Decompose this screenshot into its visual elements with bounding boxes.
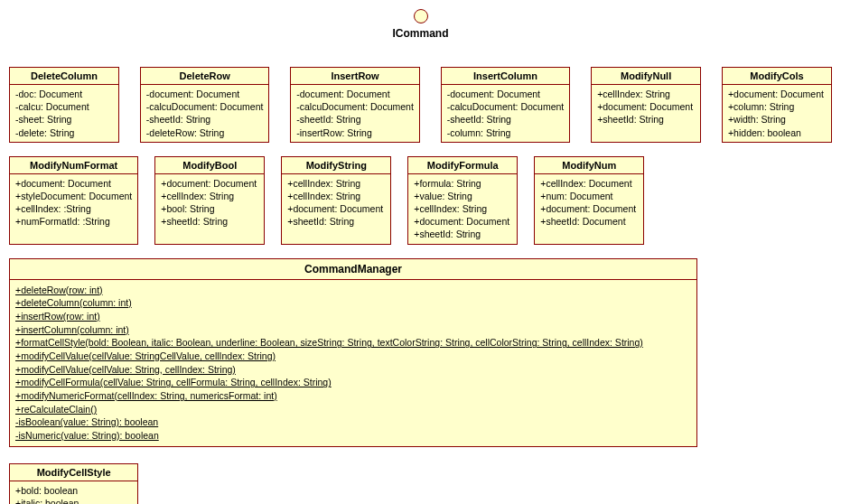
class-body: +formula: String+value: String+cellIndex… <box>408 174 517 244</box>
class-box: ModifyCellStyle+bold: boolean+italic: bo… <box>9 463 138 504</box>
class-member: +document: Document <box>161 177 258 190</box>
class-member: +sheetId: Document <box>540 215 638 228</box>
class-box: InsertColumn-document: Document-calcuDoc… <box>441 67 571 143</box>
class-method: +modifyCellFormula(cellValue: String, ce… <box>15 376 691 389</box>
class-method: +reCalculateClain() <box>15 403 691 416</box>
class-member: +sheetId: String <box>597 113 695 126</box>
class-member: +document: Document <box>540 202 638 215</box>
class-member: -column: String <box>447 126 565 139</box>
class-box: DeleteRow-document: Document-calcuDocume… <box>140 67 270 143</box>
class-title: ModifyNull <box>592 68 700 85</box>
class-member: +document: Document <box>15 177 132 190</box>
class-title: ModifyCellStyle <box>10 464 137 481</box>
class-member: -calcu: Document <box>15 100 113 113</box>
class-body: +deleteRow(row: int)+deleteColumn(column… <box>10 280 696 446</box>
class-box: ModifyFormula+formula: String+value: Str… <box>407 156 518 245</box>
class-member: -sheetId: String <box>296 113 414 126</box>
class-title: InsertColumn <box>442 68 570 85</box>
class-member: +cellIndex: String <box>287 177 385 190</box>
class-member: +styleDocument: Document <box>15 190 132 202</box>
class-title: CommandManager <box>10 259 696 280</box>
class-member: +formula: String <box>414 177 511 190</box>
class-member: +bool: String <box>161 202 258 215</box>
class-method: +deleteColumn(column: int) <box>15 296 691 310</box>
class-command-manager: CommandManager +deleteRow(row: int)+dele… <box>9 258 697 447</box>
class-member: +hidden: boolean <box>728 126 826 139</box>
class-body: +bold: boolean+italic: boolean+underline… <box>10 481 137 504</box>
class-member: -calcuDocument: Document <box>447 100 565 113</box>
class-method: +insertRow(row: int) <box>15 310 691 323</box>
class-method: +modifyNumericFormat(cellIndex: String, … <box>15 389 691 403</box>
class-member: -insertRow: String <box>296 126 414 139</box>
class-member: +cellIndex: :String <box>15 202 132 215</box>
class-member: +num: Document <box>540 190 638 202</box>
class-method: +deleteRow(row: int) <box>15 284 691 297</box>
class-method: +modifyCellValue(cellValue: String, cell… <box>15 363 691 377</box>
class-member: -sheet: String <box>15 113 113 126</box>
class-member: -sheetId: String <box>146 113 264 126</box>
class-box: ModifyNumFormat+document: Document+style… <box>9 156 138 245</box>
interface-icon <box>414 9 428 23</box>
class-member: -delete: String <box>15 126 113 139</box>
class-body: +document: Document+cellIndex: String+bo… <box>155 174 264 231</box>
class-title: ModifyFormula <box>408 157 517 174</box>
class-box: ModifyString+cellIndex: String+cellIndex… <box>281 156 391 245</box>
class-box: DeleteColumn-doc: Document-calcu: Docume… <box>9 67 119 143</box>
class-member: -calcuDocument: Document <box>146 100 264 113</box>
class-body: +cellIndex: String+cellIndex: String+doc… <box>282 174 390 231</box>
class-member: +italic: boolean <box>15 497 132 504</box>
class-member: +document: Document <box>414 215 511 228</box>
class-method: +modifyCellValue(cellValue: StringCellVa… <box>15 350 691 363</box>
class-box: ModifyCols+document: Document+column: St… <box>722 67 832 143</box>
class-member: -document: Document <box>447 88 565 100</box>
class-method: -isBoolean(value: String): boolean <box>15 415 691 429</box>
class-body: -document: Document-calcuDocument: Docum… <box>141 85 269 142</box>
interface-label: ICommand <box>9 27 832 40</box>
class-member: +cellIndex: String <box>287 190 385 202</box>
class-title: ModifyNumFormat <box>10 157 137 174</box>
class-box: InsertRow-document: Document-calcuDocume… <box>290 67 420 143</box>
class-title: ModifyCols <box>723 68 831 85</box>
class-title: DeleteColumn <box>10 68 118 85</box>
class-row-2: ModifyNumFormat+document: Document+style… <box>9 156 832 504</box>
class-member: -doc: Document <box>15 88 113 100</box>
class-member: +sheetId: String <box>414 228 511 240</box>
class-member: -deleteRow: String <box>146 126 264 139</box>
class-row-1: DeleteColumn-doc: Document-calcu: Docume… <box>9 67 832 143</box>
class-title: InsertRow <box>291 68 419 85</box>
class-method: +insertColumn(column: int) <box>15 323 691 337</box>
class-member: -calcuDocument: Document <box>296 100 414 113</box>
class-method: +formatCellStyle(bold: Boolean, italic: … <box>15 336 691 350</box>
class-member: -document: Document <box>146 88 264 100</box>
class-method: -isNumeric(value: String): boolean <box>15 429 691 443</box>
class-member: +cellIndex: String <box>414 202 511 215</box>
interface-node: ICommand <box>9 9 832 40</box>
class-member: +cellIndex: String <box>597 88 695 100</box>
class-body: +document: Document+styleDocument: Docum… <box>10 174 137 231</box>
class-member: +sheetId: String <box>161 215 258 228</box>
class-member: +cellIndex: Document <box>540 177 638 190</box>
class-body: -document: Document-calcuDocument: Docum… <box>442 85 570 142</box>
class-body: -document: Document-calcuDocument: Docum… <box>291 85 419 142</box>
class-member: -document: Document <box>296 88 414 100</box>
class-box: ModifyNum+cellIndex: Document+num: Docum… <box>534 156 644 245</box>
class-box: ModifyBool+document: Document+cellIndex:… <box>154 156 265 245</box>
class-body: +document: Document+column: String+width… <box>723 85 831 142</box>
class-member: +document: Document <box>597 100 695 113</box>
class-title: DeleteRow <box>141 68 269 85</box>
class-member: +cellIndex: String <box>161 190 258 202</box>
class-body: -doc: Document-calcu: Document-sheet: St… <box>10 85 118 142</box>
class-member: +document: Document <box>728 88 826 100</box>
class-title: ModifyNum <box>535 157 643 174</box>
class-member: +value: String <box>414 190 511 202</box>
class-title: ModifyBool <box>155 157 264 174</box>
class-member: +sheetId: String <box>287 215 385 228</box>
class-member: +column: String <box>728 100 826 113</box>
class-member: +numFormatId: :String <box>15 215 132 228</box>
class-box: ModifyNull+cellIndex: String+document: D… <box>591 67 701 143</box>
class-body: +cellIndex: Document+num: Document+docum… <box>535 174 643 231</box>
class-title: ModifyString <box>282 157 390 174</box>
class-body: +cellIndex: String+document: Document+sh… <box>592 85 700 129</box>
class-member: +bold: boolean <box>15 484 132 497</box>
class-member: +document: Document <box>287 202 385 215</box>
